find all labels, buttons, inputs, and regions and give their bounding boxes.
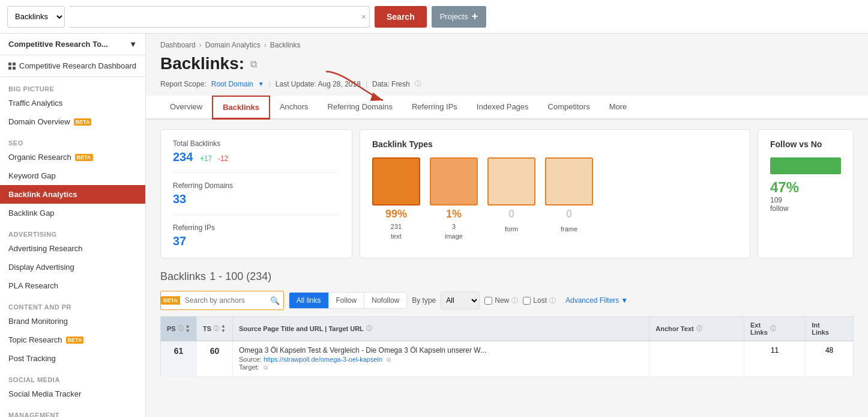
sidebar-item-display-advertising[interactable]: Display Advertising xyxy=(0,258,145,276)
type-name-frame: frame xyxy=(561,225,577,233)
search-button[interactable]: Search xyxy=(375,6,427,28)
info-icon-new[interactable]: ⓘ xyxy=(511,296,518,305)
sidebar-section-content-pr: CONTENT AND PR xyxy=(0,297,145,312)
filter-follow[interactable]: Follow xyxy=(329,293,365,308)
new-filter-check[interactable]: New ⓘ xyxy=(484,296,518,305)
report-scope-value[interactable]: Root Domain xyxy=(211,80,253,88)
search-icon[interactable]: 🔍 xyxy=(267,296,283,305)
sidebar-section-management: MANAGEMENT xyxy=(0,406,145,417)
referring-ips-value: 37 xyxy=(173,234,340,248)
tabs-bar: Overview Backlinks Anchors Referring Dom… xyxy=(146,96,868,120)
type-block-form: 0 form xyxy=(487,157,535,240)
sidebar-item-pla-research[interactable]: PLA Research xyxy=(0,276,145,295)
delta-pos: +17 xyxy=(200,154,212,163)
advanced-filters-link[interactable]: Advanced Filters ▼ xyxy=(565,296,628,305)
sidebar-dropdown-label: Competitive Research To... xyxy=(8,40,108,49)
chevron-down-icon-advanced: ▼ xyxy=(621,296,628,305)
sidebar-item-organic-research[interactable]: Organic Research BETA xyxy=(0,148,145,166)
info-icon-ts[interactable]: ⓘ xyxy=(213,324,219,333)
cell-int-links: 48 xyxy=(806,341,854,377)
type-pct-text: 99% xyxy=(385,208,407,221)
sort-ps[interactable]: ▲ ▼ xyxy=(185,324,190,333)
type-select[interactable]: All Text Image Form Frame xyxy=(441,291,480,309)
type-square-form xyxy=(487,157,535,205)
sidebar-item-competitive-research-dashboard[interactable]: Competitive Research Dashboard xyxy=(0,55,145,77)
col-ps[interactable]: PS ⓘ ▲ ▼ xyxy=(161,317,197,341)
sidebar-item-brand-monitoring[interactable]: Brand Monitoring xyxy=(0,312,145,330)
lost-checkbox[interactable] xyxy=(523,297,531,305)
external-link-source-icon[interactable]: ⧉ xyxy=(387,356,391,363)
beta-badge-search: BETA xyxy=(161,296,180,305)
sidebar-item-traffic-analytics[interactable]: Traffic Analytics xyxy=(0,94,145,112)
sidebar-item-social-media-tracker[interactable]: Social Media Tracker xyxy=(0,385,145,403)
source-url-link[interactable]: https://strawpoll.de/omega-3-oel-kapseln xyxy=(264,356,382,363)
sort-ts[interactable]: ▲ ▼ xyxy=(221,324,226,333)
tab-backlinks[interactable]: Backlinks xyxy=(212,96,270,120)
report-scope-dropdown-icon[interactable]: ▼ xyxy=(258,81,264,87)
tab-referring-domains[interactable]: Referring Domains xyxy=(318,96,402,119)
sidebar-section-social-media: SOCIAL MEDIA xyxy=(0,370,145,385)
cell-ext-links: 11 xyxy=(744,341,806,377)
tab-competitors[interactable]: Competitors xyxy=(538,96,600,119)
sidebar-item-backlink-gap[interactable]: Backlink Gap xyxy=(0,204,145,222)
tab-anchors[interactable]: Anchors xyxy=(270,96,318,119)
lost-filter-check[interactable]: Lost ⓘ xyxy=(523,296,556,305)
sidebar-item-keyword-gap[interactable]: Keyword Gap xyxy=(0,166,145,185)
external-link-target-icon[interactable]: ⧉ xyxy=(264,364,268,371)
anchor-search-input[interactable] xyxy=(182,296,267,305)
by-type-label: By type xyxy=(412,296,436,305)
types-chart: 99% 231 text 1% 3 image 0 xyxy=(372,157,738,240)
type-block-frame: 0 frame xyxy=(545,157,593,240)
breadcrumb: Dashboard › Domain Analytics › Backlinks xyxy=(146,34,868,52)
info-icon-anchor[interactable]: ⓘ xyxy=(696,324,702,333)
total-backlinks-value: 234 +17 -12 xyxy=(173,150,340,164)
filter-all-links[interactable]: All links xyxy=(289,293,329,308)
follow-title: Follow vs No xyxy=(770,139,841,149)
report-meta: Report Scope: Root Domain ▼ | Last Updat… xyxy=(146,79,868,96)
breadcrumb-sep-1: › xyxy=(199,41,202,49)
breadcrumb-dashboard[interactable]: Dashboard xyxy=(160,41,196,49)
search-input-wrap: × xyxy=(70,6,370,28)
tab-overview[interactable]: Overview xyxy=(160,96,212,119)
main-layout: Competitive Research To... ▼ Competitive… xyxy=(0,34,868,417)
search-type-select[interactable]: Backlinks Domain URL Keywords xyxy=(8,7,64,27)
sidebar-item-backlink-analytics[interactable]: Backlink Analytics xyxy=(0,185,145,204)
referring-ips-label: Referring IPs xyxy=(173,224,340,232)
sidebar-item-domain-overview[interactable]: Domain Overview BETA xyxy=(0,112,145,131)
projects-button[interactable]: Projects + xyxy=(432,6,486,28)
breadcrumb-sep-2: › xyxy=(264,41,267,49)
external-link-icon[interactable]: ⧉ xyxy=(250,59,257,70)
sidebar-dropdown[interactable]: Competitive Research To... ▼ xyxy=(0,34,145,55)
backlinks-table: PS ⓘ ▲ ▼ TS ⓘ xyxy=(160,316,854,377)
report-scope-label: Report Scope: xyxy=(160,80,206,88)
type-block-image: 1% 3 image xyxy=(430,157,478,240)
type-count-text: 231 xyxy=(391,223,402,230)
tab-referring-ips[interactable]: Referring IPs xyxy=(402,96,467,119)
type-square-image xyxy=(430,157,478,205)
backlink-types-card: Backlink Types 99% 231 text 1% 3 image xyxy=(360,129,750,258)
sidebar-item-post-tracking[interactable]: Post Tracking xyxy=(0,349,145,368)
tab-indexed-pages[interactable]: Indexed Pages xyxy=(467,96,538,119)
info-icon-ext[interactable]: ⓘ xyxy=(770,324,776,333)
info-icon-meta[interactable]: ⓘ xyxy=(415,79,421,88)
search-type-select-wrap[interactable]: Backlinks Domain URL Keywords xyxy=(7,6,65,28)
breadcrumb-domain-analytics[interactable]: Domain Analytics xyxy=(205,41,261,49)
col-ts[interactable]: TS ⓘ ▲ ▼ xyxy=(197,317,233,341)
breadcrumb-backlinks: Backlinks xyxy=(270,41,301,49)
type-pct-image: 1% xyxy=(446,208,462,221)
tab-more[interactable]: More xyxy=(600,96,637,119)
new-checkbox[interactable] xyxy=(484,297,492,305)
col-source-url: Source Page Title and URL | Target URL ⓘ xyxy=(233,317,649,341)
info-icon-ps[interactable]: ⓘ xyxy=(178,324,184,333)
sidebar-item-advertising-research[interactable]: Advertising Research xyxy=(0,239,145,258)
search-input[interactable] xyxy=(70,6,370,28)
delta-neg: -12 xyxy=(218,154,228,163)
page-header: Backlinks: ⧉ xyxy=(146,52,868,79)
info-icon-source[interactable]: ⓘ xyxy=(366,324,372,333)
info-icon-lost[interactable]: ⓘ xyxy=(549,296,556,305)
filter-row: BETA 🔍 All links Follow Nofollow By type… xyxy=(160,291,854,310)
beta-badge-domain-overview: BETA xyxy=(74,118,92,126)
filter-nofollow[interactable]: Nofollow xyxy=(364,293,406,308)
clear-search-button[interactable]: × xyxy=(361,12,366,22)
sidebar-item-topic-research[interactable]: Topic Research BETA xyxy=(0,330,145,349)
